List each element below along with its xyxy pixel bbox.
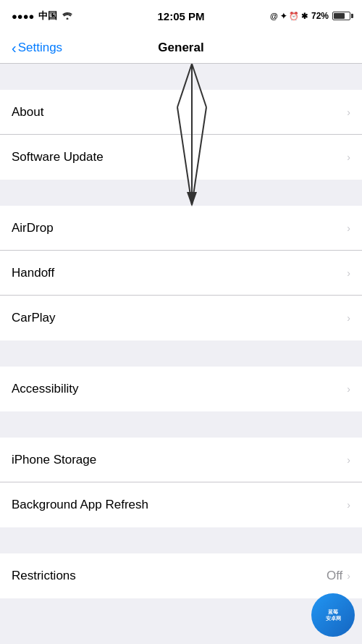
airdrop-chevron-container: › bbox=[345, 222, 350, 234]
accessibility-chevron-icon: › bbox=[347, 383, 350, 395]
wifi-icon bbox=[62, 11, 73, 22]
settings-content: About › Software Update › AirDrop › Hand… bbox=[0, 64, 362, 624]
carplay-chevron-icon: › bbox=[347, 312, 350, 324]
status-bar: ●●●● 中国 12:05 PM @ ✦ ⏰ ✱ 72% bbox=[0, 0, 362, 32]
section-gap-5 bbox=[0, 527, 362, 553]
settings-group-5: Restrictions Off › bbox=[0, 553, 362, 598]
settings-row-background-app-refresh[interactable]: Background App Refresh › bbox=[0, 482, 362, 527]
back-label: Settings bbox=[18, 41, 62, 55]
back-button[interactable]: ‹ Settings bbox=[6, 38, 68, 58]
restrictions-value-container: Off › bbox=[327, 569, 350, 583]
nav-bar: ‹ Settings General bbox=[0, 32, 362, 64]
carplay-label: CarPlay bbox=[12, 311, 55, 325]
signal-bars-icon: ●●●● bbox=[12, 11, 34, 22]
background-app-refresh-label: Background App Refresh bbox=[12, 498, 148, 512]
settings-row-handoff[interactable]: Handoff › bbox=[0, 251, 362, 296]
section-gap-2 bbox=[0, 180, 362, 206]
settings-group-1: About › Software Update › bbox=[0, 90, 362, 180]
settings-row-iphone-storage[interactable]: iPhone Storage › bbox=[0, 438, 362, 482]
iphone-storage-chevron-container: › bbox=[345, 454, 350, 466]
accessibility-chevron-container: › bbox=[345, 383, 350, 395]
airdrop-label: AirDrop bbox=[12, 221, 54, 235]
battery-percent: 72% bbox=[311, 11, 329, 21]
carplay-chevron-container: › bbox=[345, 312, 350, 324]
extra-icons: @ ✦ ⏰ ✱ bbox=[270, 12, 308, 21]
background-app-refresh-chevron-container: › bbox=[345, 499, 350, 511]
restrictions-label: Restrictions bbox=[12, 569, 76, 583]
carrier-label: 中国 bbox=[38, 9, 57, 22]
battery-icon bbox=[332, 12, 350, 20]
back-chevron-icon: ‹ bbox=[12, 41, 17, 55]
iphone-storage-label: iPhone Storage bbox=[12, 453, 96, 467]
about-chevron-container: › bbox=[345, 106, 350, 118]
time-display: 12:05 PM bbox=[157, 10, 204, 22]
settings-row-restrictions[interactable]: Restrictions Off › bbox=[0, 553, 362, 598]
restrictions-chevron-icon: › bbox=[347, 570, 350, 582]
section-gap-4 bbox=[0, 411, 362, 438]
software-update-chevron-container: › bbox=[345, 151, 350, 163]
settings-row-airdrop[interactable]: AirDrop › bbox=[0, 206, 362, 251]
settings-row-accessibility[interactable]: Accessibility › bbox=[0, 367, 362, 411]
settings-group-3: Accessibility › bbox=[0, 367, 362, 411]
software-update-label: Software Update bbox=[12, 150, 104, 164]
restrictions-value: Off bbox=[327, 569, 342, 583]
about-label: About bbox=[12, 105, 43, 120]
handoff-chevron-container: › bbox=[345, 267, 350, 279]
settings-group-4: iPhone Storage › Background App Refresh … bbox=[0, 438, 362, 527]
software-update-chevron-icon: › bbox=[347, 151, 350, 163]
settings-row-carplay[interactable]: CarPlay › bbox=[0, 296, 362, 340]
airdrop-chevron-icon: › bbox=[347, 222, 350, 234]
page-title: General bbox=[158, 41, 203, 55]
accessibility-label: Accessibility bbox=[12, 382, 79, 396]
watermark: 蓝莓安卓网 bbox=[311, 593, 355, 637]
section-gap-bottom bbox=[0, 598, 362, 624]
about-chevron-icon: › bbox=[347, 106, 350, 118]
iphone-storage-chevron-icon: › bbox=[347, 454, 350, 466]
settings-group-2: AirDrop › Handoff › CarPlay › bbox=[0, 206, 362, 340]
section-gap-3 bbox=[0, 340, 362, 367]
handoff-chevron-icon: › bbox=[347, 267, 350, 279]
section-gap-1 bbox=[0, 64, 362, 90]
settings-row-about[interactable]: About › bbox=[0, 90, 362, 135]
settings-row-software-update[interactable]: Software Update › bbox=[0, 135, 362, 180]
handoff-label: Handoff bbox=[12, 266, 54, 280]
background-app-refresh-chevron-icon: › bbox=[347, 499, 350, 511]
